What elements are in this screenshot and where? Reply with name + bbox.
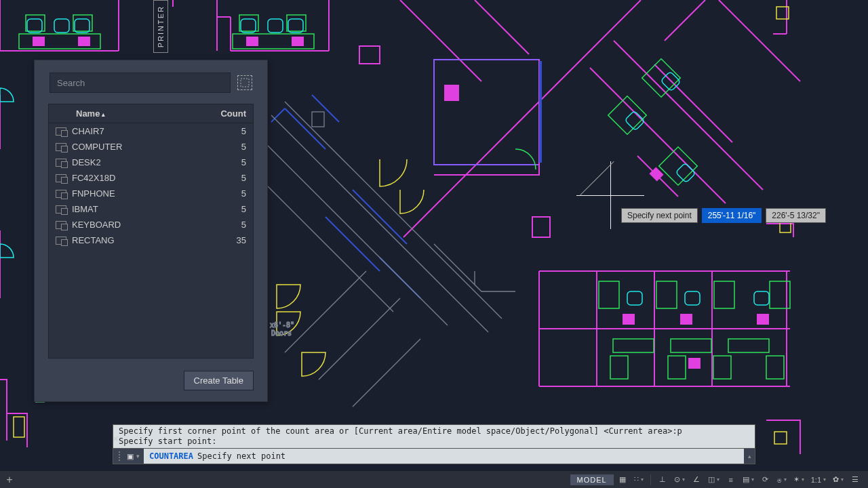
svg-rect-28 xyxy=(268,19,283,33)
lineweight-toggle-icon[interactable]: ≡ xyxy=(724,473,738,487)
table-row[interactable]: FC42X18D5 xyxy=(49,170,253,186)
block-icon xyxy=(56,159,66,167)
table-row[interactable]: IBMAT5 xyxy=(49,201,253,217)
svg-rect-21 xyxy=(668,356,686,379)
block-name: DESK2 xyxy=(72,157,199,167)
block-icon xyxy=(56,237,66,245)
isoplane-toggle-icon[interactable]: ∠ xyxy=(689,473,704,487)
svg-rect-10 xyxy=(642,59,681,98)
svg-rect-25 xyxy=(54,19,69,33)
block-name: RECTANG xyxy=(72,235,199,245)
count-palette: Name Count CHAIR75COMPUTER5DESK25FC42X18… xyxy=(34,60,268,402)
annotation-visibility-icon[interactable]: ✶ xyxy=(791,473,807,487)
svg-rect-0 xyxy=(359,46,380,64)
block-count: 5 xyxy=(199,173,246,183)
command-input[interactable]: COUNTAREA Specify next point xyxy=(144,449,744,464)
svg-rect-2 xyxy=(434,60,539,165)
table-row[interactable]: CHAIR75 xyxy=(49,123,253,139)
command-history-expand-icon[interactable]: ▴ xyxy=(744,453,755,460)
command-line-area: ✕ Specify first corner point of the coun… xyxy=(113,424,755,464)
svg-rect-12 xyxy=(659,147,698,186)
command-dropdown-icon[interactable]: ▾ xyxy=(136,453,144,460)
scale-button[interactable]: 1:1 xyxy=(808,473,829,487)
search-input[interactable] xyxy=(50,73,231,93)
block-icon xyxy=(56,221,66,229)
svg-rect-33 xyxy=(627,291,642,305)
dynamic-input-tooltip: Specify next point 255'-11 1/16" 226'-5 … xyxy=(621,208,826,223)
table-row[interactable]: RECTANG35 xyxy=(49,232,253,248)
dynamic-input-coord-x[interactable]: 255'-11 1/16" xyxy=(702,208,762,223)
block-count: 5 xyxy=(199,126,246,136)
column-header-name[interactable]: Name xyxy=(56,108,199,119)
svg-rect-20 xyxy=(610,356,628,379)
count-table: Name Count CHAIR75COMPUTER5DESK25FC42X18… xyxy=(48,104,254,359)
svg-rect-41 xyxy=(312,112,324,127)
command-recent-button[interactable]: ▣ xyxy=(124,452,136,461)
table-row[interactable]: COMPUTER5 xyxy=(49,139,253,155)
svg-rect-31 xyxy=(625,110,645,131)
table-row[interactable]: FNPHONE5 xyxy=(49,186,253,201)
svg-rect-27 xyxy=(241,19,256,33)
svg-rect-24 xyxy=(27,19,42,33)
layout-add-button[interactable]: + xyxy=(4,474,15,486)
svg-rect-29 xyxy=(288,19,303,33)
table-row[interactable]: KEYBOARD5 xyxy=(49,217,253,232)
command-history: Specify first corner point of the count … xyxy=(113,424,755,448)
polar-toggle-icon[interactable]: ⊙ xyxy=(671,473,688,487)
transparency-toggle-icon[interactable]: ▤ xyxy=(740,473,757,487)
svg-rect-32 xyxy=(675,163,696,183)
svg-rect-19 xyxy=(728,339,769,352)
table-row[interactable]: DESK25 xyxy=(49,155,253,170)
command-line-grip[interactable] xyxy=(113,449,124,464)
status-bar: + MODEL ▦ ∷ ⊥ ⊙ ∠ ◫ ≡ ▤ ⟳ ⍟ ✶ 1:1 ✿ ☰ xyxy=(0,470,868,488)
block-name: FC42X18D xyxy=(72,173,199,183)
block-count: 5 xyxy=(199,142,246,152)
block-name: COMPUTER xyxy=(72,142,199,152)
column-header-count[interactable]: Count xyxy=(199,108,246,119)
svg-rect-42 xyxy=(33,37,45,46)
workspace-switch-icon[interactable]: ✿ xyxy=(830,473,846,487)
svg-rect-35 xyxy=(754,291,769,305)
block-icon xyxy=(56,174,66,182)
create-table-button[interactable]: Create Table xyxy=(184,371,254,390)
block-count: 35 xyxy=(199,235,246,245)
annotation-scale-button[interactable]: ⍟ xyxy=(774,473,789,487)
ortho-toggle-icon[interactable]: ⊥ xyxy=(655,473,670,487)
svg-rect-39 xyxy=(14,417,24,437)
selection-window-icon[interactable] xyxy=(237,75,252,90)
block-icon xyxy=(56,143,66,151)
svg-rect-14 xyxy=(656,281,677,308)
svg-rect-23 xyxy=(766,356,784,379)
grid-toggle-icon[interactable]: ▦ xyxy=(615,473,630,487)
customize-statusbar-icon[interactable]: ☰ xyxy=(848,473,863,487)
svg-rect-15 xyxy=(714,281,734,308)
snap-toggle-icon[interactable]: ∷ xyxy=(631,473,646,487)
svg-rect-18 xyxy=(671,339,711,352)
dynamic-input-prompt: Specify next point xyxy=(621,208,698,223)
svg-rect-44 xyxy=(246,37,258,46)
cycling-toggle-icon[interactable]: ⟳ xyxy=(758,473,773,487)
svg-rect-1 xyxy=(532,217,550,237)
model-space-button[interactable]: MODEL xyxy=(570,474,614,485)
block-count: 5 xyxy=(199,188,246,199)
svg-rect-3 xyxy=(444,85,459,101)
block-count: 5 xyxy=(199,204,246,214)
block-name: IBMAT xyxy=(72,204,199,214)
drawing-note-2: Doors xyxy=(271,329,292,337)
printer-block-label: PRINTER xyxy=(153,0,168,53)
block-icon xyxy=(56,190,66,198)
svg-rect-34 xyxy=(685,291,700,305)
command-line-close-button[interactable]: ✕ xyxy=(110,434,121,445)
svg-rect-50 xyxy=(688,358,701,369)
block-name: CHAIR7 xyxy=(72,126,199,136)
block-count: 5 xyxy=(199,220,246,230)
osnap-toggle-icon[interactable]: ◫ xyxy=(705,473,722,487)
svg-rect-26 xyxy=(75,19,90,33)
block-name: FNPHONE xyxy=(72,188,199,199)
svg-rect-38 xyxy=(774,432,787,444)
svg-rect-11 xyxy=(608,96,647,135)
svg-rect-17 xyxy=(613,339,654,352)
svg-rect-48 xyxy=(680,314,692,325)
dynamic-input-coord-y[interactable]: 226'-5 13/32" xyxy=(766,208,826,223)
block-icon xyxy=(56,127,66,136)
